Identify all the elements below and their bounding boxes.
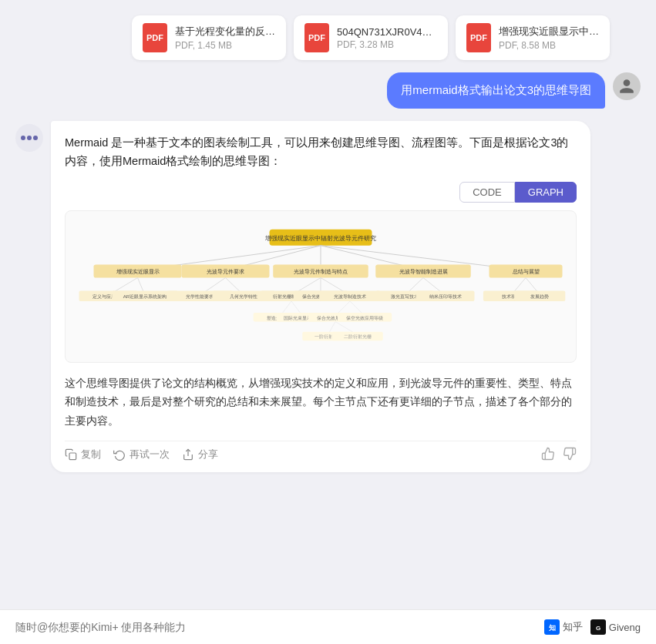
file-card-2[interactable]: PDF 504QN731XJR0V401... PDF, 3.28 MB xyxy=(294,15,448,60)
retry-button[interactable]: 再试一次 xyxy=(113,446,170,463)
svg-text:增强现实近眼显示: 增强现实近眼显示 xyxy=(116,269,160,275)
file-meta-2: PDF, 3.28 MB xyxy=(337,39,437,50)
file-meta-1: PDF, 1.45 MB xyxy=(175,40,275,51)
input-area: 知 知乎 G Giveng xyxy=(0,609,656,644)
file-card-1[interactable]: PDF 基于光程变化量的反射... PDF, 1.45 MB xyxy=(132,15,286,60)
ai-avatar xyxy=(15,124,43,152)
user-avatar xyxy=(613,72,641,100)
svg-text:G: G xyxy=(596,625,600,632)
svg-text:光波导制造技术: 光波导制造技术 xyxy=(334,293,366,299)
file-attachments: PDF 基于光程变化量的反射... PDF, 1.45 MB PDF 504QN… xyxy=(0,15,656,60)
user-bubble: 用mermaid格式输出论文3的思维导图 xyxy=(387,72,605,109)
user-message-row: 用mermaid格式输出论文3的思维导图 xyxy=(0,72,656,109)
pdf-icon-3: PDF xyxy=(466,23,491,52)
svg-text:增强现实近眼显示中辐射光波导元件研究: 增强现实近眼显示中辐射光波导元件研究 xyxy=(264,235,376,242)
svg-text:保空光效应用等级: 保空光效应用等级 xyxy=(346,314,383,320)
svg-text:纳米压印等技术: 纳米压印等技术 xyxy=(429,293,462,299)
svg-text:光波导元件要求: 光波导元件要求 xyxy=(207,269,244,275)
thumbup-button[interactable] xyxy=(541,447,555,463)
action-bar: 复制 再试一次 xyxy=(65,441,577,463)
svg-text:发展趋势: 发展趋势 xyxy=(530,293,549,299)
svg-text:光波导智能制造进展: 光波导智能制造进展 xyxy=(399,269,448,275)
giveng-brand: G Giveng xyxy=(590,619,641,635)
copy-button[interactable]: 复制 xyxy=(65,446,101,463)
file-meta-3: PDF, 8.58 MB xyxy=(499,40,599,51)
svg-text:AR近眼显示系统架构: AR近眼显示系统架构 xyxy=(123,293,167,299)
mindmap-svg: 增强现实近眼显示中辐射光波导元件研究 增强现实近眼显示 光波导元件要求 光波导元… xyxy=(72,223,570,347)
ai-message-row: Mermaid 是一种基于文本的图表绘制工具，可以用来创建思维导图、流程图等。下… xyxy=(0,121,656,473)
user-icon xyxy=(618,78,635,95)
chat-input[interactable] xyxy=(15,621,537,633)
action-left: 复制 再试一次 xyxy=(65,446,218,463)
svg-text:光波导元件制造与特点: 光波导元件制造与特点 xyxy=(294,269,348,275)
ai-intro-text: Mermaid 是一种基于文本的图表绘制工具，可以用来创建思维导图、流程图等。下… xyxy=(65,133,577,171)
file-name-2: 504QN731XJR0V401... xyxy=(337,26,437,38)
share-icon xyxy=(182,448,194,461)
svg-text:知: 知 xyxy=(547,624,555,632)
file-name-1: 基于光程变化量的反射... xyxy=(175,25,275,39)
zhihu-brand: 知 知乎 xyxy=(544,619,583,635)
copy-icon xyxy=(65,448,77,461)
file-name-3: 增强现实近眼显示中辐... xyxy=(499,25,599,39)
pdf-icon-1: PDF xyxy=(143,23,167,52)
svg-text:光学性能要求: 光学性能要求 xyxy=(186,293,214,299)
zhihu-icon: 知 xyxy=(544,619,560,635)
share-button[interactable]: 分享 xyxy=(182,446,218,463)
pdf-icon-2: PDF xyxy=(304,23,329,52)
thumbdown-icon xyxy=(563,447,577,461)
svg-text:总结与展望: 总结与展望 xyxy=(512,269,540,275)
input-icons: 知 知乎 G Giveng xyxy=(544,619,641,635)
action-right xyxy=(541,447,577,463)
toggle-bar: CODE GRAPH xyxy=(65,182,577,203)
svg-rect-68 xyxy=(69,453,76,460)
ai-content: Mermaid 是一种基于文本的图表绘制工具，可以用来创建思维导图、流程图等。下… xyxy=(51,121,590,473)
graph-toggle-button[interactable]: GRAPH xyxy=(515,182,577,203)
thumbdown-button[interactable] xyxy=(563,447,577,463)
svg-text:二阶衍射光栅: 二阶衍射光栅 xyxy=(344,334,372,339)
giveng-icon: G xyxy=(590,619,606,635)
svg-text:几何光学特性: 几何光学特性 xyxy=(230,293,257,299)
svg-text:激光直写技术: 激光直写技术 xyxy=(391,293,419,299)
thumbup-icon xyxy=(541,447,555,461)
mindmap-container: 增强现实近眼显示中辐射光波导元件研究 增强现实近眼显示 光波导元件要求 光波导元… xyxy=(65,210,577,363)
code-toggle-button[interactable]: CODE xyxy=(459,182,515,203)
ai-summary-text: 这个思维导图提供了论文的结构概览，从增强现实技术的定义和应用，到光波导元件的重要… xyxy=(65,374,577,431)
ai-avatar-dots xyxy=(21,136,38,140)
file-card-3[interactable]: PDF 增强现实近眼显示中辐... PDF, 8.58 MB xyxy=(456,15,610,60)
retry-icon xyxy=(113,448,126,461)
